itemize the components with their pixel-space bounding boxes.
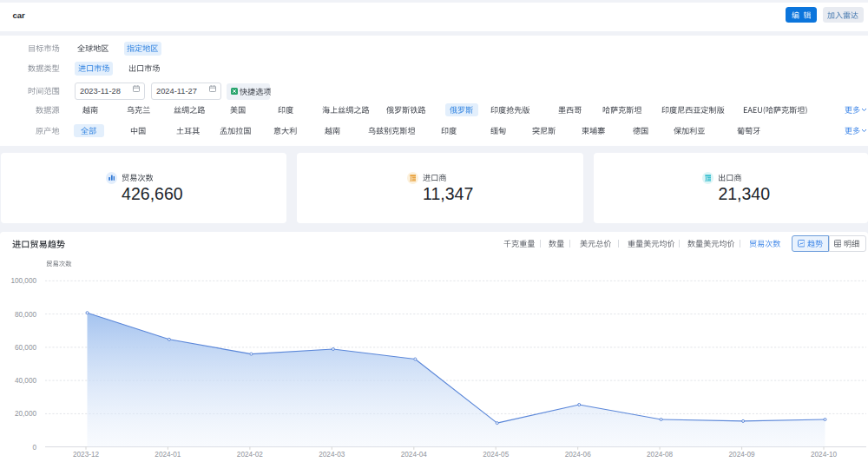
svg-text:2024-09: 2024-09 [729,451,755,459]
svg-text:60,000: 60,000 [15,344,36,352]
svg-text:2023-12: 2023-12 [73,451,99,459]
svg-text:100,000: 100,000 [10,277,36,285]
svg-text:2024-10: 2024-10 [811,451,837,459]
svg-text:2024-02: 2024-02 [237,451,263,459]
svg-text:40,000: 40,000 [15,377,36,385]
svg-text:2024-04: 2024-04 [401,451,427,459]
svg-text:2024-05: 2024-05 [483,451,509,459]
svg-text:0: 0 [32,444,36,452]
svg-text:2024-01: 2024-01 [155,451,181,459]
svg-text:2024-08: 2024-08 [647,451,673,459]
svg-text:20,000: 20,000 [15,410,36,418]
svg-text:80,000: 80,000 [15,311,36,319]
svg-text:2024-03: 2024-03 [319,451,345,459]
svg-text:2024-06: 2024-06 [565,451,591,459]
